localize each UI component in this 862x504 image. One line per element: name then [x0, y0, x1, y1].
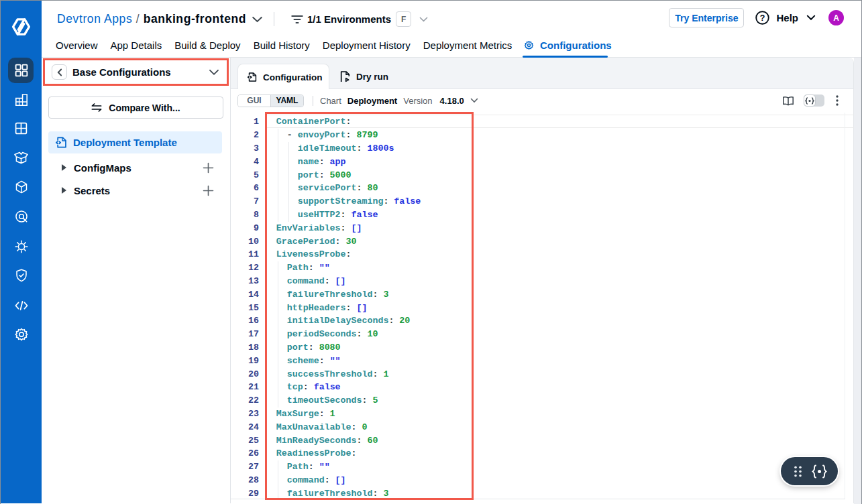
svg-text:?: ?: [760, 13, 765, 23]
